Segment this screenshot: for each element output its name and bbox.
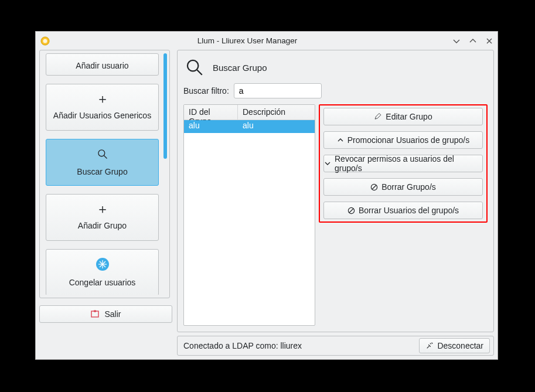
button-label: Editar Grupo — [386, 112, 432, 121]
block-icon — [347, 207, 355, 214]
groups-table[interactable]: ID del Grupo Descripción alu alu — [183, 104, 315, 326]
svg-rect-9 — [94, 311, 96, 312]
plus-icon: ＋ — [96, 204, 109, 214]
column-header-desc[interactable]: Descripción — [238, 105, 315, 120]
disconnect-button[interactable]: Desconectar — [419, 338, 490, 353]
sidebar-scrollbar[interactable] — [163, 53, 167, 295]
delete-group-button[interactable]: Borrar Grupo/s — [323, 178, 483, 196]
search-icon — [185, 57, 205, 77]
sidebar-item-add-generic-users[interactable]: ＋ Añadir Usuarios Genericos — [46, 84, 159, 131]
connection-status: Conectado a LDAP como: lliurex — [183, 341, 414, 350]
maximize-button[interactable] — [468, 36, 478, 46]
search-icon — [97, 148, 108, 160]
button-label: Promocionar Usuarios de grupo/s — [347, 135, 470, 145]
filter-label: Buscar filtro: — [183, 86, 229, 96]
close-button[interactable] — [485, 36, 494, 46]
table-row[interactable]: alu alu — [184, 120, 315, 133]
exit-button[interactable]: Salir — [39, 305, 172, 323]
cell-group-id: alu — [184, 120, 238, 133]
sidebar-item-add-user[interactable]: Añadir usuario — [46, 53, 159, 76]
svg-line-11 — [197, 70, 202, 75]
sidebar-item-label: Añadir usuario — [76, 61, 128, 70]
svg-line-3 — [104, 156, 107, 159]
svg-point-2 — [98, 150, 104, 156]
table-header: ID del Grupo Descripción — [184, 105, 315, 120]
button-label: Desconectar — [437, 341, 483, 350]
window-title: Llum - Lliurex User Manager — [43, 36, 452, 45]
column-header-id[interactable]: ID del Grupo — [184, 105, 238, 120]
sidebar: Añadir usuario ＋ Añadir Usuarios Generic… — [39, 50, 170, 298]
sidebar-item-freeze-users[interactable]: Congelar usuarios — [46, 249, 159, 295]
plus-icon: ＋ — [96, 94, 109, 104]
snowflake-icon — [96, 258, 109, 271]
promote-users-button[interactable]: Promocionar Usuarios de grupo/s — [323, 131, 483, 149]
sidebar-item-add-group[interactable]: ＋ Añadir Grupo — [46, 194, 159, 241]
revoke-users-button[interactable]: Revocar permisos a usuarios del grupo/s — [323, 155, 483, 172]
svg-line-13 — [372, 185, 376, 189]
chevron-up-icon — [337, 137, 344, 144]
minimize-button[interactable] — [452, 36, 461, 46]
delete-users-button[interactable]: Borrar Usuarios del grupo/s — [323, 202, 483, 219]
filter-input[interactable] — [234, 83, 322, 98]
titlebar: Llum - Lliurex User Manager — [36, 32, 497, 50]
scrollbar-thumb[interactable] — [163, 53, 167, 159]
detail-header-title: Buscar Grupo — [213, 63, 267, 73]
plug-icon — [425, 342, 434, 350]
button-label: Borrar Grupo/s — [381, 182, 436, 192]
group-actions-highlight: Editar Grupo Promocionar Usuarios de gru… — [319, 104, 488, 223]
sidebar-item-label: Buscar Grupo — [77, 167, 127, 176]
svg-line-15 — [349, 208, 353, 212]
svg-point-10 — [188, 60, 198, 71]
sidebar-item-label: Añadir Grupo — [78, 221, 127, 230]
app-window: Llum - Lliurex User Manager Añadir usuar… — [35, 31, 498, 360]
footer: Conectado a LDAP como: lliurex Desconect… — [177, 336, 494, 356]
detail-panel: Buscar Grupo Buscar filtro: ID del Grupo… — [177, 50, 494, 332]
button-label: Borrar Usuarios del grupo/s — [359, 206, 459, 215]
sidebar-item-label: Añadir Usuarios Genericos — [53, 111, 151, 120]
sidebar-item-search-group[interactable]: Buscar Grupo — [46, 139, 159, 186]
exit-icon — [90, 309, 100, 319]
edit-group-button[interactable]: Editar Grupo — [323, 108, 483, 125]
block-icon — [370, 183, 378, 191]
button-label: Revocar permisos a usuarios del grupo/s — [335, 154, 482, 173]
pencil-icon — [374, 113, 382, 121]
sidebar-item-label: Congelar usuarios — [69, 278, 136, 287]
chevron-down-icon — [324, 160, 331, 167]
exit-label: Salir — [104, 309, 121, 319]
cell-group-desc: alu — [238, 120, 315, 133]
